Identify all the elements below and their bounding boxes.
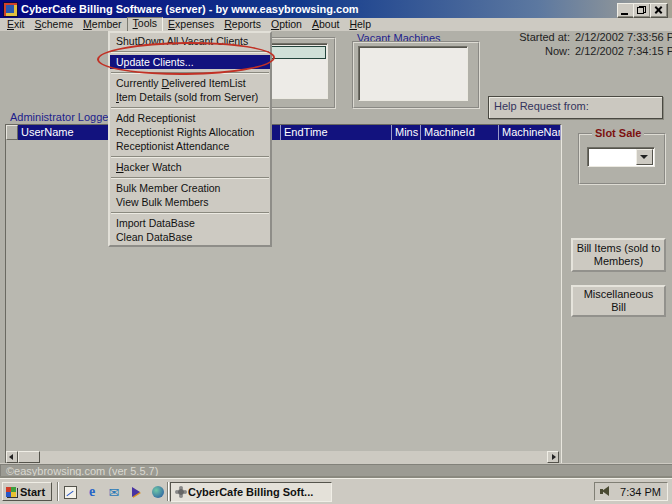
menu-member[interactable]: Member	[78, 18, 127, 31]
menu-item-clean-database[interactable]: Clean DataBase	[110, 230, 270, 244]
scroll-left-icon	[9, 454, 13, 460]
desktop-glyph-icon	[64, 486, 77, 499]
combo-dropdown-button[interactable]	[636, 149, 653, 165]
column-header-mins[interactable]: Mins	[392, 125, 421, 140]
menu-option[interactable]: Option	[266, 18, 307, 31]
grid-row-selector-header	[6, 125, 18, 140]
scroll-right-button[interactable]	[547, 451, 559, 463]
menu-scheme[interactable]: Scheme	[30, 18, 79, 31]
window-title: CyberCafe Billing Software (server) - by…	[21, 0, 359, 18]
menu-bar: Exit Scheme Member Tools Expenses Report…	[0, 18, 672, 31]
start-button-label: Start	[20, 486, 45, 498]
started-at-value: 2/12/2002 7:33:56 PM	[575, 31, 672, 43]
scrollbar-thumb[interactable]	[18, 451, 40, 463]
task-button-cybercafe[interactable]: CyberCafe Billing Soft...	[170, 482, 332, 502]
menu-separator	[111, 177, 269, 179]
tools-dropdown-menu: ShutDown All Vacant Clients Update Clien…	[108, 31, 272, 247]
mail-icon[interactable]	[106, 484, 122, 500]
menu-item-hacker-watch[interactable]: Hacker Watch	[110, 160, 270, 174]
sessions-grid: UserName EndTime Mins MachineId MachineN…	[5, 124, 562, 464]
admin-logged-label: Administrator Logged	[10, 111, 115, 123]
task-button-label: CyberCafe Billing Soft...	[188, 486, 313, 498]
windows-flag-icon	[6, 487, 17, 497]
app-icon	[3, 2, 18, 17]
miscellaneous-bill-button[interactable]: Miscellaneous Bill	[571, 285, 666, 317]
internet-explorer-icon[interactable]	[84, 484, 100, 500]
menu-tools[interactable]: Tools	[127, 17, 164, 32]
slot-sale-combobox[interactable]	[587, 147, 655, 167]
started-at-row: Started at: 2/12/2002 7:33:56 PM	[510, 31, 672, 43]
menu-about[interactable]: About	[307, 18, 344, 31]
close-icon	[654, 6, 662, 14]
menu-separator	[111, 51, 269, 53]
menu-exit[interactable]: Exit	[2, 18, 30, 31]
gear-flower-icon	[178, 489, 184, 495]
menu-reports[interactable]: Reports	[219, 18, 266, 31]
minimize-icon	[621, 13, 628, 15]
menu-expenses[interactable]: Expenses	[163, 18, 219, 31]
status-bar: ©easybrowsing.com (ver 5.5.7)	[0, 463, 672, 478]
menu-help[interactable]: Help	[344, 18, 376, 31]
msn-swirl-icon[interactable]	[150, 484, 166, 500]
now-row: Now: 2/12/2002 7:34:15 PM	[510, 45, 672, 57]
column-header-machinename[interactable]: MachineName	[499, 125, 561, 140]
started-at-label: Started at:	[510, 31, 570, 43]
grid-horizontal-scrollbar[interactable]	[6, 451, 559, 463]
menu-item-bulk-member-creation[interactable]: Bulk Member Creation	[110, 181, 270, 195]
title-bar: CyberCafe Billing Software (server) - by…	[0, 0, 672, 18]
cybercafe-billing-app: CyberCafe Billing Software (server) - by…	[0, 0, 672, 504]
now-label: Now:	[510, 45, 570, 57]
help-request-label: Help Request from:	[494, 100, 589, 112]
status-bar-text: ©easybrowsing.com (ver 5.5.7)	[6, 465, 158, 477]
menu-separator	[111, 156, 269, 158]
menu-item-import-database[interactable]: Import DataBase	[110, 216, 270, 230]
menu-separator	[111, 72, 269, 74]
scroll-right-icon	[552, 454, 556, 460]
volume-speaker-icon[interactable]	[600, 486, 612, 497]
media-player-icon[interactable]	[128, 484, 144, 500]
show-desktop-icon[interactable]	[62, 484, 78, 500]
taskbar-divider	[167, 482, 169, 501]
menu-item-receptionist-attendance[interactable]: Receptionist Attendance	[110, 139, 270, 153]
menu-item-update-clients[interactable]: Update Clients...	[110, 55, 270, 69]
vacant-machines-list[interactable]	[358, 46, 468, 101]
column-header-endtime[interactable]: EndTime	[281, 125, 392, 140]
menu-item-item-details[interactable]: Item Details (sold from Server)	[110, 90, 270, 104]
tray-clock[interactable]: 7:34 PM	[612, 486, 667, 498]
chevron-down-icon	[640, 155, 648, 159]
grid-header-row: UserName EndTime Mins MachineId MachineN…	[6, 125, 561, 140]
menu-item-shutdown-all-vacant-clients[interactable]: ShutDown All Vacant Clients	[110, 34, 270, 48]
system-tray: 7:34 PM	[594, 482, 668, 501]
restore-button[interactable]	[633, 3, 651, 18]
bill-items-button[interactable]: Bill Items (sold to Members)	[571, 238, 666, 272]
help-request-box: Help Request from:	[488, 96, 663, 119]
slot-sale-caption: Slot Sale	[592, 127, 644, 139]
menu-separator	[111, 107, 269, 109]
taskbar: Start CyberCafe Billing Soft... 7:34 PM	[0, 478, 672, 504]
restore-icon	[637, 6, 646, 14]
close-button[interactable]	[650, 3, 668, 18]
now-value: 2/12/2002 7:34:15 PM	[575, 45, 672, 57]
menu-item-receptionist-rights-allocation[interactable]: Receptionist Rights Allocation	[110, 125, 270, 139]
menu-item-view-bulk-members[interactable]: View Bulk Members	[110, 195, 270, 209]
menu-item-currently-delivered-itemlist[interactable]: Currently Delivered ItemList	[110, 76, 270, 90]
scroll-left-button[interactable]	[6, 451, 18, 463]
start-button[interactable]: Start	[2, 482, 52, 501]
menu-separator	[111, 212, 269, 214]
left-list-selected-row[interactable]	[269, 46, 326, 59]
menu-item-add-receptionist[interactable]: Add Receptionist	[110, 111, 270, 125]
column-header-machineid[interactable]: MachineId	[421, 125, 499, 140]
taskbar-divider	[57, 482, 59, 501]
